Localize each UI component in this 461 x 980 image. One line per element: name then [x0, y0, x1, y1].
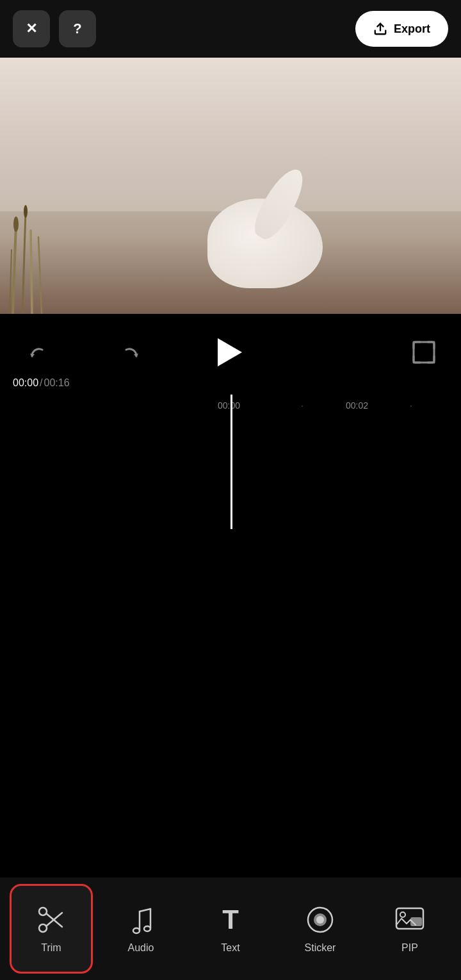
- total-time: 00:16: [44, 377, 70, 389]
- svg-line-5: [10, 250, 12, 314]
- svg-point-45: [133, 928, 140, 933]
- svg-point-41: [39, 924, 47, 932]
- svg-point-49: [144, 926, 150, 931]
- export-label: Export: [394, 22, 430, 36]
- help-icon: ?: [73, 20, 81, 37]
- svg-point-55: [400, 912, 405, 917]
- marker-start: 00:00: [218, 400, 240, 411]
- redo-icon: [118, 339, 144, 365]
- tool-text[interactable]: T Text: [189, 884, 272, 974]
- play-button[interactable]: [207, 332, 248, 373]
- close-icon: ✕: [26, 20, 37, 37]
- swan-subject: [207, 199, 323, 288]
- svg-line-2: [22, 211, 26, 314]
- undo-icon: [24, 339, 50, 365]
- fullscreen-button[interactable]: [406, 334, 442, 370]
- video-frame: [0, 58, 461, 314]
- sticker-label: Sticker: [305, 942, 336, 954]
- redo-button[interactable]: [113, 334, 149, 370]
- marker-mid: 00:02: [346, 400, 368, 411]
- svg-marker-8: [30, 354, 35, 357]
- marker-dot2: ·: [410, 400, 412, 411]
- playhead: [230, 395, 232, 529]
- pip-label: PIP: [401, 942, 418, 954]
- export-button[interactable]: Export: [355, 11, 448, 47]
- text-icon: T: [222, 904, 239, 936]
- video-preview: [0, 58, 461, 314]
- svg-rect-10: [414, 342, 434, 363]
- tool-trim[interactable]: Trim: [10, 884, 93, 974]
- tool-sticker[interactable]: Sticker: [279, 884, 362, 974]
- top-bar-left-buttons: ✕ ?: [13, 10, 96, 47]
- audio-icon: [127, 904, 154, 936]
- help-button[interactable]: ?: [59, 10, 96, 47]
- svg-marker-9: [134, 354, 138, 357]
- undo-button[interactable]: [19, 334, 55, 370]
- trim-icon: [36, 904, 66, 936]
- text-label: Text: [221, 942, 239, 954]
- svg-point-7: [24, 205, 28, 218]
- trim-label: Trim: [41, 942, 61, 954]
- audio-label: Audio: [128, 942, 154, 954]
- upload-icon: [373, 22, 387, 36]
- svg-point-52: [316, 916, 324, 924]
- pip-icon: [395, 904, 425, 936]
- close-button[interactable]: ✕: [13, 10, 50, 47]
- tool-audio[interactable]: Audio: [99, 884, 182, 974]
- time-separator: /: [40, 377, 42, 389]
- svg-line-47: [140, 909, 150, 911]
- sticker-icon: [306, 904, 334, 936]
- play-icon: [218, 338, 242, 366]
- svg-line-4: [38, 237, 42, 314]
- current-time: 00:00: [13, 377, 38, 389]
- svg-point-42: [39, 908, 47, 915]
- svg-line-1: [13, 224, 16, 314]
- swan-body: [207, 199, 323, 288]
- tool-pip[interactable]: PIP: [368, 884, 451, 974]
- svg-line-3: [31, 231, 32, 314]
- fullscreen-icon: [410, 338, 438, 366]
- reeds-decoration: [0, 173, 96, 314]
- time-display: 00:00 / 00:16: [0, 372, 461, 395]
- bottom-toolbar: Trim Audio T Text Stic: [0, 878, 461, 980]
- top-bar: ✕ ? Export: [0, 0, 461, 58]
- svg-point-6: [13, 216, 19, 232]
- marker-dot1: ·: [301, 400, 303, 411]
